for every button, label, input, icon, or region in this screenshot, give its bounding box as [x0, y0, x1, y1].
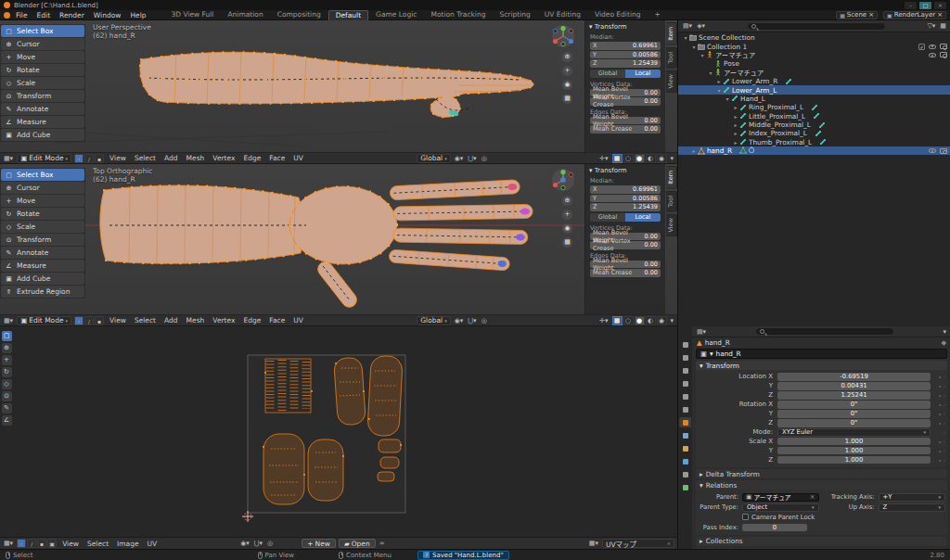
tool-select-box[interactable]: ▢Select Box: [1, 169, 84, 181]
tool-cursor[interactable]: ⊕Cursor: [1, 182, 84, 194]
link-icon[interactable]: ∞: [379, 540, 386, 547]
tab-world[interactable]: [679, 404, 691, 414]
rotation-mode-dropdown[interactable]: XYZ Euler▾: [777, 428, 931, 437]
animate-dot-icon[interactable]: ·: [944, 392, 945, 399]
image-icon[interactable]: ▦▾: [588, 540, 599, 547]
viewport-menu-mesh[interactable]: Mesh: [184, 316, 208, 325]
tracking-axis-dropdown[interactable]: +Y▾: [879, 493, 946, 502]
editor-type-icon[interactable]: ▤▾: [696, 328, 707, 336]
pivot-icon[interactable]: ◉▾: [454, 155, 465, 162]
tool-annotate[interactable]: ✎Annotate: [1, 103, 84, 115]
panel-title[interactable]: ▾ Transform: [589, 167, 662, 174]
orientation-dropdown[interactable]: Global▾: [417, 316, 450, 325]
tab-view[interactable]: View: [666, 213, 677, 236]
xray-toggle-icon[interactable]: ▦: [612, 154, 623, 163]
uv-editor[interactable]: ▢ ⊕ + ↻ ◇ ⊙ ✎ ∠: [0, 326, 677, 537]
animate-dot-icon[interactable]: ·: [944, 383, 945, 389]
expander-icon[interactable]: ▾: [699, 52, 706, 58]
face-select-icon[interactable]: ▪: [95, 316, 104, 325]
viewport-menu-vertex[interactable]: Vertex: [210, 316, 238, 325]
workspace-tab-compositing[interactable]: Compositing: [271, 10, 327, 20]
viewport-menu-add[interactable]: Add: [161, 316, 181, 325]
uv-cursor-tool[interactable]: ⊕: [2, 343, 12, 353]
workspace-tab-item[interactable]: +: [648, 10, 667, 20]
proportional-edit-icon[interactable]: ◎: [481, 317, 488, 325]
lock-icon[interactable]: ∘: [938, 457, 942, 464]
pin-icon[interactable]: ◆: [941, 338, 946, 347]
header-overflow-icon[interactable]: ▾: [670, 317, 675, 325]
pivot-icon[interactable]: ◉▾: [239, 540, 250, 547]
pan-hand-icon[interactable]: +: [562, 66, 572, 76]
lock-icon[interactable]: ∘: [938, 374, 942, 380]
viewport-menu-view[interactable]: View: [107, 316, 129, 325]
tab-render[interactable]: [679, 352, 691, 363]
editor-type-icon[interactable]: ▦▾: [3, 155, 14, 162]
tool-scale[interactable]: ◇Scale: [1, 77, 84, 89]
scene-unlink-icon[interactable]: ×: [868, 11, 874, 19]
animate-dot-icon[interactable]: ·: [944, 448, 945, 454]
median-z-field[interactable]: Z1.25439: [590, 59, 661, 68]
menu-window[interactable]: Window: [89, 11, 126, 19]
camera-parent-lock-checkbox[interactable]: [742, 514, 749, 520]
edge-select-icon[interactable]: /: [84, 316, 94, 325]
eye-icon[interactable]: [929, 45, 936, 49]
animate-dot-icon[interactable]: ·: [944, 439, 945, 445]
menu-edit[interactable]: Edit: [32, 11, 56, 19]
outliner-row-scene-collection[interactable]: ▾Scene Collection: [678, 33, 950, 42]
expander-icon[interactable]: ▾: [715, 87, 723, 94]
workspace-tab-video-editing[interactable]: Video Editing: [588, 10, 648, 20]
vertex-select-icon[interactable]: ·: [74, 154, 83, 163]
animate-dot-icon[interactable]: ·: [944, 374, 945, 380]
close-button[interactable]: ×: [934, 2, 946, 9]
uv-face-select-icon[interactable]: ▪: [37, 539, 46, 548]
lock-icon[interactable]: ∘: [938, 420, 942, 426]
workspace-tab-animation[interactable]: Animation: [221, 10, 269, 20]
property-value-field[interactable]: 0°: [777, 401, 931, 409]
tab-item[interactable]: Item: [666, 166, 677, 189]
uv-menu-select[interactable]: Select: [84, 540, 111, 548]
tab-output[interactable]: [679, 365, 691, 375]
local-button[interactable]: Local: [625, 213, 661, 222]
editor-type-icon[interactable]: ▦▾: [3, 540, 14, 547]
viewport-menu-select[interactable]: Select: [132, 316, 159, 325]
outliner-row-item[interactable]: ▾アーマチュア: [678, 51, 950, 59]
property-value-field[interactable]: 1.000: [777, 456, 931, 465]
eye-icon[interactable]: [929, 148, 936, 153]
lock-icon[interactable]: ∘: [938, 392, 942, 399]
material-shading-icon[interactable]: ◐: [646, 316, 656, 325]
clear-parent-icon[interactable]: ×: [810, 493, 815, 501]
lock-icon[interactable]: ∘: [938, 411, 942, 417]
workspace-tab-motion-tracking[interactable]: Motion Tracking: [424, 10, 492, 20]
tab-view[interactable]: View: [666, 70, 677, 93]
blender-app-icon[interactable]: [4, 12, 10, 19]
tool-add-cube[interactable]: ▣Add Cube: [1, 273, 84, 285]
global-button[interactable]: Global: [590, 70, 625, 78]
uv-edge-select-icon[interactable]: /: [27, 539, 36, 548]
tab-object-data[interactable]: [679, 482, 691, 492]
eye-icon[interactable]: [929, 53, 936, 57]
mean-vertex-crease-field[interactable]: Mean Vertex Crease0.00: [590, 97, 661, 106]
uv-select-box-tool[interactable]: ▢: [2, 331, 12, 341]
animate-dot-icon[interactable]: ·: [944, 401, 945, 408]
pan-hand-icon[interactable]: +: [562, 210, 572, 220]
expander-icon[interactable]: ▸: [732, 121, 739, 128]
tool-annotate[interactable]: ✎Annotate: [1, 247, 84, 259]
viewport-menu-uv[interactable]: UV: [290, 316, 306, 325]
property-value-field[interactable]: 0.00431: [777, 382, 931, 390]
median-x-field[interactable]: X0.69961: [590, 185, 661, 194]
mean-vertex-crease-field[interactable]: Mean Vertex Crease0.00: [590, 241, 661, 249]
uv-annotate-tool[interactable]: ✎: [2, 403, 12, 414]
uv-transform-tool[interactable]: ⊙: [2, 391, 12, 401]
viewlayer-unlink-icon[interactable]: ×: [937, 11, 943, 19]
expander-icon[interactable]: ▸: [732, 113, 739, 120]
relations-panel-header[interactable]: ▾ Relations: [696, 480, 947, 490]
pivot-icon[interactable]: ◉▾: [454, 317, 465, 325]
outliner-row-pose[interactable]: Pose: [678, 59, 950, 68]
expander-icon[interactable]: ▸: [732, 104, 739, 110]
viewport-user-perspective[interactable]: ▢Select Box⊕Cursor+Move↻Rotate◇Scale⊙Tra…: [0, 20, 677, 152]
proportional-edit-icon[interactable]: ◎: [481, 155, 488, 162]
median-z-field[interactable]: Z1.25439: [590, 203, 661, 211]
navigation-gizmo[interactable]: [551, 24, 575, 48]
gizmos-icon[interactable]: ✛▾: [598, 317, 609, 325]
filter-icon[interactable]: ▽▾: [926, 22, 936, 30]
